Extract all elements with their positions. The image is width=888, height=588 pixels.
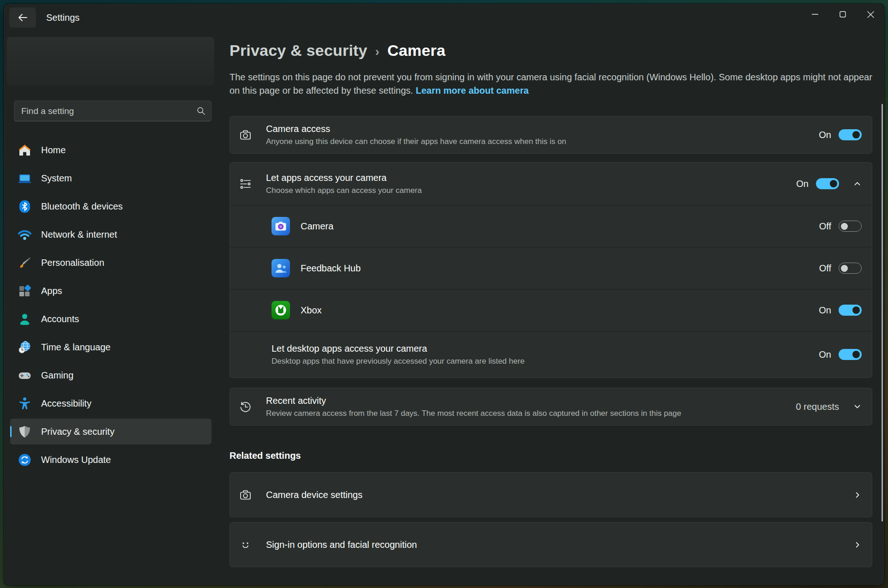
minimize-icon <box>811 11 819 18</box>
sidebar-item-accounts[interactable]: Accounts <box>10 306 211 332</box>
setting-title: Let apps access your camera <box>266 173 422 183</box>
toggle-state-label: On <box>819 349 831 360</box>
app-row-camera: Camera Off <box>230 205 872 247</box>
history-icon <box>239 401 266 413</box>
app-name: Feedback Hub <box>301 263 361 274</box>
close-icon <box>867 11 875 18</box>
sidebar-item-label: Network & internet <box>41 229 117 240</box>
desktop-apps-row: Let desktop apps access your camera Desk… <box>230 331 872 378</box>
page-description: The settings on this page do not prevent… <box>230 71 872 97</box>
settings-window: Settings <box>4 4 884 585</box>
camera-app-toggle[interactable] <box>839 221 862 232</box>
xbox-toggle[interactable] <box>839 305 862 316</box>
setting-description: Choose which apps can access your camera <box>266 186 422 195</box>
toggle-state-label: Off <box>819 221 831 232</box>
page-title: Camera <box>387 42 446 60</box>
desktop-apps-toggle[interactable] <box>839 349 862 360</box>
feedback-hub-toggle[interactable] <box>839 263 862 274</box>
windows-update-icon <box>18 453 32 467</box>
toggle-state-label: Off <box>819 263 831 274</box>
breadcrumb-parent[interactable]: Privacy & security <box>230 42 367 60</box>
learn-more-link[interactable]: Learn more about camera <box>416 85 529 96</box>
camera-device-settings-card[interactable]: Camera device settings <box>230 472 872 517</box>
chevron-down-icon[interactable] <box>853 402 862 411</box>
sidebar-item-network[interactable]: Network & internet <box>10 222 211 247</box>
sidebar-item-personalisation[interactable]: Personalisation <box>10 250 211 276</box>
related-item-label: Camera device settings <box>266 490 362 500</box>
search-box <box>14 101 211 121</box>
sidebar-item-label: Windows Update <box>41 455 111 465</box>
sidebar-item-label: System <box>41 173 72 184</box>
camera-access-toggle[interactable] <box>839 129 862 140</box>
app-permissions-icon <box>239 178 266 190</box>
accounts-icon <box>18 312 32 326</box>
chevron-up-icon[interactable] <box>853 180 862 188</box>
titlebar: Settings <box>4 4 884 31</box>
recent-activity-count: 0 requests <box>796 402 839 412</box>
home-icon <box>18 143 32 157</box>
setting-description: Review camera access from the last 7 day… <box>266 409 681 418</box>
time-language-icon <box>18 340 32 354</box>
privacy-security-icon <box>18 425 32 439</box>
page-description-text: The settings on this page do not prevent… <box>230 72 872 96</box>
sidebar-item-label: Bluetooth & devices <box>41 201 123 212</box>
sign-in-options-card[interactable]: Sign-in options and facial recognition <box>230 522 872 567</box>
back-button[interactable] <box>9 7 36 28</box>
sidebar-item-gaming[interactable]: Gaming <box>10 362 211 388</box>
sidebar-item-accessibility[interactable]: Accessibility <box>10 390 211 416</box>
recent-activity-card[interactable]: Recent activity Review camera access fro… <box>230 388 872 426</box>
system-icon <box>18 171 32 186</box>
app-row-feedback-hub: Feedback Hub Off <box>230 247 872 289</box>
setting-title: Let desktop apps access your camera <box>272 343 525 354</box>
setting-description: Anyone using this device can choose if t… <box>266 137 566 146</box>
camera-outline-icon <box>239 489 266 501</box>
gaming-icon <box>18 368 32 383</box>
maximize-button[interactable] <box>829 4 857 25</box>
window-controls <box>801 4 884 25</box>
main-content: Privacy & security › Camera The settings… <box>221 31 884 585</box>
camera-app-icon <box>272 217 290 235</box>
toggle-state-label: On <box>819 130 831 140</box>
chevron-right-icon <box>853 540 862 549</box>
setting-title: Camera access <box>266 124 566 134</box>
sidebar-item-label: Accessibility <box>41 398 91 409</box>
search-icon[interactable] <box>196 106 205 115</box>
toggle-state-label: On <box>796 179 809 189</box>
network-icon <box>18 228 32 242</box>
vertical-scrollbar[interactable] <box>882 104 883 522</box>
feedback-hub-icon <box>272 259 290 277</box>
search-input[interactable] <box>14 101 211 121</box>
setting-title: Recent activity <box>266 396 681 406</box>
sidebar-nav: Home System Bluetooth & devices <box>10 137 211 473</box>
related-item-label: Sign-in options and facial recognition <box>266 540 417 550</box>
xbox-icon <box>272 301 290 319</box>
toggle-state-label: On <box>819 305 831 316</box>
sidebar-item-bluetooth[interactable]: Bluetooth & devices <box>10 193 211 219</box>
minimize-button[interactable] <box>801 4 829 25</box>
sidebar-item-time-language[interactable]: Time & language <box>10 334 211 360</box>
close-button[interactable] <box>857 4 884 25</box>
maximize-icon <box>839 11 846 18</box>
sidebar-item-privacy-security[interactable]: Privacy & security <box>10 419 211 444</box>
sidebar-item-apps[interactable]: Apps <box>10 278 211 304</box>
face-icon <box>239 539 266 551</box>
sidebar-item-windows-update[interactable]: Windows Update <box>10 447 211 473</box>
app-name: Xbox <box>301 305 322 316</box>
window-title: Settings <box>46 12 79 23</box>
personalisation-icon <box>18 256 32 270</box>
sidebar-item-label: Accounts <box>41 314 79 324</box>
sidebar-item-label: Time & language <box>41 342 110 353</box>
app-name: Camera <box>301 221 333 232</box>
sidebar-item-system[interactable]: System <box>10 165 211 191</box>
chevron-right-icon <box>853 491 862 499</box>
breadcrumb-separator-icon: › <box>375 45 379 59</box>
let-apps-toggle[interactable] <box>816 178 839 189</box>
sidebar-item-home[interactable]: Home <box>10 137 211 163</box>
let-apps-header-row[interactable]: Let apps access your camera Choose which… <box>230 162 872 205</box>
sidebar-item-label: Apps <box>41 286 62 296</box>
setting-description: Desktop apps that have previously access… <box>272 357 525 366</box>
back-arrow-icon <box>18 13 28 22</box>
camera-outline-icon <box>239 129 266 141</box>
sidebar-item-label: Gaming <box>41 370 73 381</box>
user-profile-card[interactable] <box>7 37 214 86</box>
